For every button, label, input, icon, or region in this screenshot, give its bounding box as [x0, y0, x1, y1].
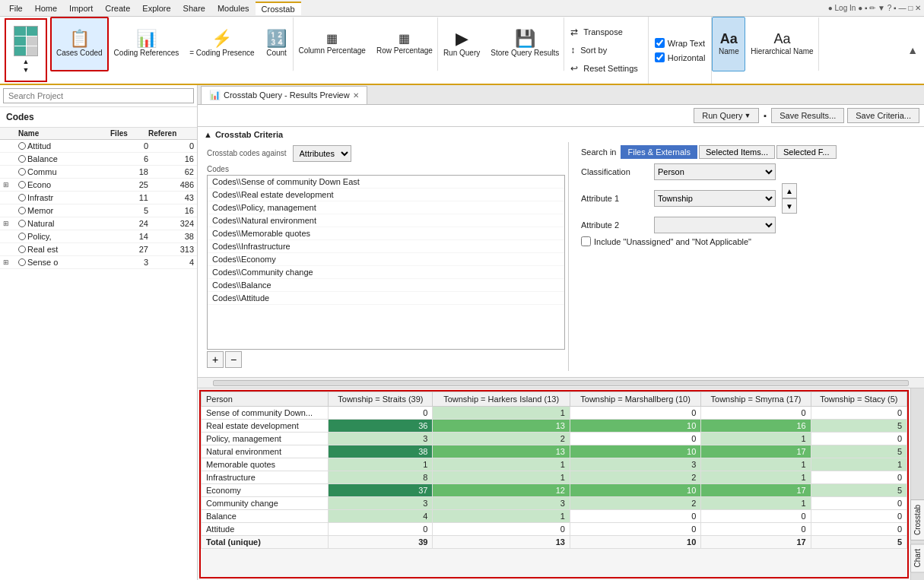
- include-unassigned-checkbox[interactable]: [581, 236, 591, 246]
- codes-list-item[interactable]: Codes\\Real estate development: [208, 189, 564, 201]
- menu-explore[interactable]: Explore: [136, 2, 176, 14]
- expand-btn[interactable]: ⊞: [3, 258, 18, 266]
- reset-settings-button[interactable]: Reset Settings: [579, 60, 642, 77]
- results-row: Total (unique)391310175: [202, 536, 907, 549]
- selected-files-btn[interactable]: Selected F...: [776, 145, 837, 159]
- crosstab-tab[interactable]: 📊 Crosstab Query - Results Preview ✕: [201, 86, 367, 104]
- code-files: 14: [110, 232, 148, 241]
- codes-list-item[interactable]: Codes\\Balance: [208, 279, 564, 292]
- codes-list-item[interactable]: Codes\\Policy, management: [208, 201, 564, 214]
- results-value-cell: 0: [570, 510, 700, 523]
- codes-row[interactable]: Infrastr 11 43: [0, 192, 197, 204]
- coding-references-button[interactable]: 📊 Coding References: [109, 17, 185, 71]
- codes-list-item[interactable]: Codes\\Attitude: [208, 292, 564, 305]
- sort-by-button[interactable]: Sort by: [576, 42, 611, 59]
- results-section[interactable]: PersonTownship = Straits (39)Township = …: [199, 390, 909, 578]
- horizontal-label: Horizontal: [668, 53, 706, 62]
- wrap-text-checkbox[interactable]: [655, 38, 665, 48]
- column-percentage-button[interactable]: ▦ Column Percentage: [294, 17, 371, 71]
- results-value-cell: 0: [329, 523, 433, 536]
- menu-crosstab[interactable]: Crosstab: [256, 2, 301, 15]
- run-query-dropdown-arrow[interactable]: ▼: [744, 112, 751, 119]
- horizontal-scrollbar[interactable]: [198, 378, 924, 388]
- codes-row[interactable]: Commu 18 62: [0, 166, 197, 179]
- results-value-cell: 4: [329, 510, 433, 523]
- save-results-btn[interactable]: Save Results...: [771, 108, 844, 123]
- codes-row[interactable]: Real est 27 313: [0, 243, 197, 256]
- hierarchical-name-button[interactable]: Aa Hierarchical Name: [745, 17, 818, 71]
- menu-modules[interactable]: Modules: [211, 2, 256, 14]
- codes-row[interactable]: ⊞ Econo 25 486: [0, 179, 197, 192]
- transpose-button[interactable]: Transpose: [579, 24, 627, 40]
- store-query-icon: 💾: [515, 30, 535, 47]
- store-query-label: Store Query Results: [491, 49, 559, 58]
- selected-items-btn[interactable]: Selected Items...: [699, 145, 775, 159]
- menu-import[interactable]: Import: [63, 2, 99, 14]
- horizontal-checkbox[interactable]: [655, 52, 665, 62]
- codes-against-dropdown[interactable]: Attributes: [293, 145, 351, 162]
- run-query-toolbar-btn[interactable]: Run Query ▼: [694, 108, 759, 123]
- classification-select[interactable]: Person: [654, 163, 776, 180]
- expand-btn[interactable]: ⊞: [3, 181, 18, 189]
- codes-list-item[interactable]: Codes\\Community change: [208, 266, 564, 279]
- results-value-cell: 1: [433, 407, 570, 420]
- attr1-down-btn[interactable]: ▼: [782, 198, 797, 214]
- remove-code-btn[interactable]: −: [225, 351, 242, 368]
- coding-presence-button[interactable]: ⚡ = Coding Presence: [184, 17, 259, 71]
- codes-list-item[interactable]: Codes\\Memorable quotes: [208, 227, 564, 240]
- results-label-cell: Economy: [202, 484, 329, 497]
- add-code-btn[interactable]: +: [207, 351, 224, 368]
- codes-list-item[interactable]: Codes\\Natural environment: [208, 214, 564, 227]
- results-value-cell: 12: [433, 484, 570, 497]
- criteria-header[interactable]: ▲ Crosstab Criteria: [204, 130, 918, 139]
- codes-list-item[interactable]: Codes\\Infrastructure: [208, 240, 564, 253]
- attribute1-select[interactable]: Township: [654, 190, 776, 207]
- name-button[interactable]: Aa Name: [712, 17, 745, 71]
- results-value-cell: 17: [701, 536, 811, 549]
- search-bar: [0, 85, 197, 107]
- col-percent-icon: ▦: [326, 33, 338, 45]
- store-query-button[interactable]: 💾 Store Query Results: [485, 17, 564, 71]
- results-label-cell: Infrastructure: [202, 471, 329, 484]
- attr1-up-btn[interactable]: ▲: [782, 183, 797, 198]
- results-value-cell: 3: [570, 458, 700, 471]
- codes-row[interactable]: Memor 5 16: [0, 204, 197, 217]
- search-input[interactable]: [3, 88, 194, 103]
- codes-list-item[interactable]: Codes\\Sense of community Down East: [208, 176, 564, 189]
- menu-create[interactable]: Create: [99, 2, 136, 14]
- attribute1-row: Attribute 1 Township ▲ ▼: [581, 183, 912, 214]
- files-externals-btn[interactable]: Files & Externals: [621, 145, 697, 159]
- ribbon-collapse-btn[interactable]: ▲: [907, 44, 918, 56]
- row-percentage-button[interactable]: ▦ Row Percentage: [371, 17, 438, 71]
- codes-row[interactable]: ⊞ Natural 24 324: [0, 217, 197, 230]
- results-row: Community change33210: [202, 497, 907, 510]
- sidebar-tab-chart[interactable]: Chart: [910, 544, 924, 572]
- codes-row[interactable]: ⊞ Sense o 3 4: [0, 256, 197, 269]
- results-row: Natural environment381310175: [202, 445, 907, 458]
- sidebar-tab-crosstab[interactable]: Crosstab: [910, 499, 924, 540]
- codes-row[interactable]: Balance 6 16: [0, 153, 197, 166]
- codes-row[interactable]: Attitud 0 0: [0, 140, 197, 153]
- attribute2-select[interactable]: [654, 217, 776, 233]
- codes-rows-container: Attitud 0 0 Balance 6 16 Commu 18 62 ⊞ E…: [0, 140, 197, 269]
- save-criteria-btn[interactable]: Save Criteria...: [847, 108, 919, 123]
- menu-file[interactable]: File: [3, 2, 29, 14]
- results-col-header: Township = Stacy (5): [811, 392, 907, 407]
- expand-btn[interactable]: ⊞: [3, 220, 18, 227]
- menu-share[interactable]: Share: [177, 2, 211, 14]
- codes-list-item[interactable]: Codes\\Economy: [208, 253, 564, 266]
- menu-home[interactable]: Home: [29, 2, 63, 14]
- codes-row[interactable]: Policy, 14 38: [0, 230, 197, 243]
- tab-close-button[interactable]: ✕: [353, 91, 359, 100]
- run-query-button[interactable]: ▶ Run Query: [438, 17, 485, 71]
- code-references: 4: [148, 258, 194, 267]
- count-button[interactable]: 🔢 Count: [260, 17, 294, 71]
- results-label-cell: Community change: [202, 497, 329, 510]
- criteria-body: Crosstab codes against Attributes Codes …: [204, 139, 918, 374]
- results-value-cell: 2: [570, 497, 700, 510]
- results-value-cell: 0: [570, 523, 700, 536]
- cases-coded-button[interactable]: 📋 Cases Coded: [50, 17, 109, 71]
- codes-list-box[interactable]: Codes\\Sense of community Down EastCodes…: [207, 175, 565, 350]
- results-col-header: Township = Straits (39): [329, 392, 433, 407]
- col-files-header: Files: [110, 129, 148, 138]
